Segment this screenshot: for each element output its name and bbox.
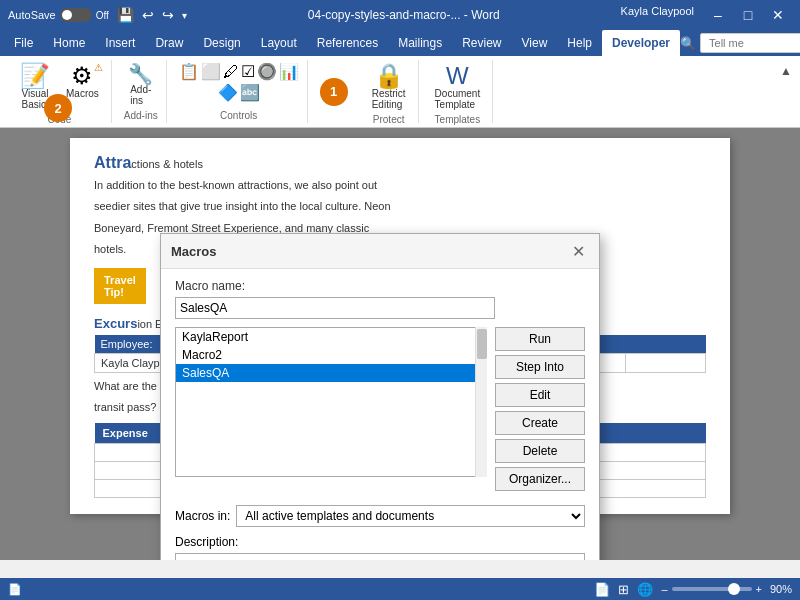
ribbon-content-area: 📝 VisualBasic ⚙ Macros ⚠ 2 Code	[0, 56, 800, 128]
macro-list-item-kaylaReport[interactable]: KaylaReport	[176, 328, 486, 346]
statusbar-right: 📄 ⊞ 🌐 – + 90%	[594, 582, 792, 597]
macro-name-label: Macro name:	[175, 279, 585, 293]
document-template-button[interactable]: W DocumentTemplate	[431, 62, 485, 112]
step2-circle: 2	[44, 94, 72, 122]
step1-circle: 1	[320, 78, 348, 106]
macros-in-label: Macros in:	[175, 509, 230, 523]
macros-in-row: Macros in: All active templates and docu…	[175, 505, 585, 527]
tab-references[interactable]: References	[307, 30, 388, 56]
macros-in-select[interactable]: All active templates and documents Norma…	[236, 505, 585, 527]
modal-main-section: KaylaReport Macro2 SalesQA Run Step Into…	[175, 327, 585, 491]
macro-list-item-macro2[interactable]: Macro2	[176, 346, 486, 364]
word-icon: W	[446, 64, 469, 88]
zoom-thumb	[728, 583, 740, 595]
zoom-out-button[interactable]: –	[661, 583, 667, 595]
macro-name-input[interactable]	[175, 297, 495, 319]
description-label: Description:	[175, 535, 585, 549]
macros-label: Macros	[66, 88, 99, 99]
edit-button[interactable]: Edit	[495, 383, 585, 407]
ribbon-group-addins: 🔧 Add-ins Add-ins	[116, 60, 167, 123]
titlebar-left: AutoSave Off 💾 ↩ ↪ ▾	[8, 7, 187, 23]
autosave-label: AutoSave	[8, 9, 56, 21]
macro-list-item-salesQA[interactable]: SalesQA	[176, 364, 486, 382]
macro-list-scrollbar[interactable]	[475, 327, 487, 477]
organizer-button[interactable]: Organizer...	[495, 467, 585, 491]
document-template-label: DocumentTemplate	[435, 88, 481, 110]
delete-button[interactable]: Delete	[495, 439, 585, 463]
statusbar-left: 📄	[8, 583, 22, 596]
doc-body1: In addition to the best-known attraction…	[94, 178, 706, 193]
ribbon-search-input[interactable]	[700, 33, 800, 53]
ctrl-icon8: 🔤	[240, 83, 260, 102]
modal-titlebar: Macros ✕	[161, 234, 599, 269]
macro-list: KaylaReport Macro2 SalesQA	[175, 327, 487, 477]
view-layout-icon[interactable]: ⊞	[618, 582, 629, 597]
search-icon: 🔍	[680, 36, 696, 51]
modal-title: Macros	[171, 244, 217, 259]
tab-mailings[interactable]: Mailings	[388, 30, 452, 56]
scrollbar-thumb	[477, 329, 487, 359]
ctrl-icon2: ⬜	[201, 62, 221, 81]
statusbar: 📄 📄 ⊞ 🌐 – + 90%	[0, 578, 800, 600]
ctrl-icon6: 📊	[279, 62, 299, 81]
tab-view[interactable]: View	[512, 30, 558, 56]
view-web-icon[interactable]: 🌐	[637, 582, 653, 597]
zoom-control: – + 90%	[661, 583, 792, 595]
ribbon-group-controls: 📋 ⬜ 🖊 ☑ 🔘 📊 🔷 🔤 Controls	[171, 60, 308, 123]
redo-icon[interactable]: ↪	[162, 7, 174, 23]
undo-icon[interactable]: ↩	[142, 7, 154, 23]
save-icon[interactable]: 💾	[117, 7, 134, 23]
tab-file[interactable]: File	[4, 30, 43, 56]
autosave-toggle[interactable]	[60, 8, 92, 22]
protect-label: RestrictEditing	[372, 88, 406, 110]
macros-icon: ⚙	[71, 64, 93, 88]
tab-layout[interactable]: Layout	[251, 30, 307, 56]
tab-home[interactable]: Home	[43, 30, 95, 56]
protect-group-label: Protect	[373, 114, 405, 125]
modal-close-button[interactable]: ✕	[567, 240, 589, 262]
create-button[interactable]: Create	[495, 411, 585, 435]
collapse-ribbon-icon[interactable]: ▲	[780, 64, 792, 78]
ctrl-icon5: 🔘	[257, 62, 277, 81]
view-normal-icon[interactable]: 📄	[594, 582, 610, 597]
username-label: Kayla Claypool	[621, 5, 694, 25]
ctrl-icon1: 📋	[179, 62, 199, 81]
tab-insert[interactable]: Insert	[95, 30, 145, 56]
dropdown-icon[interactable]: ▾	[182, 10, 187, 21]
macros-button[interactable]: ⚙ Macros ⚠ 2	[62, 62, 103, 112]
tab-design[interactable]: Design	[193, 30, 250, 56]
zoom-slider[interactable]	[672, 587, 752, 591]
modal-body: Macro name: KaylaReport Macro2 SalesQA	[161, 269, 599, 501]
description-textarea[interactable]	[175, 553, 585, 560]
step-into-button[interactable]: Step Into	[495, 355, 585, 379]
tab-developer[interactable]: Developer	[602, 30, 680, 56]
titlebar-filename: 04-copy-styles-and-macro-... - Word	[308, 8, 500, 22]
addins-group-label: Add-ins	[124, 110, 158, 121]
protect-button[interactable]: 🔒 RestrictEditing	[368, 62, 410, 112]
add-ins-label: Add-ins	[130, 84, 151, 106]
ctrl-icon3: 🖊	[223, 63, 239, 81]
add-ins-button[interactable]: 🔧 Add-ins	[124, 62, 157, 108]
autosave-knob	[62, 10, 72, 20]
run-button[interactable]: Run	[495, 327, 585, 351]
templates-group-label: Templates	[435, 114, 481, 125]
close-window-button[interactable]: ✕	[764, 5, 792, 25]
zoom-in-button[interactable]: +	[756, 583, 762, 595]
minimize-button[interactable]: –	[704, 5, 732, 25]
tab-help[interactable]: Help	[557, 30, 602, 56]
ribbon: File Home Insert Draw Design Layout Refe…	[0, 30, 800, 128]
ctrl-icon4: ☑	[241, 62, 255, 81]
maximize-button[interactable]: □	[734, 5, 762, 25]
ribbon-group-templates: W DocumentTemplate Templates	[423, 60, 494, 123]
ctrl-icon7: 🔷	[218, 83, 238, 102]
autosave-area: AutoSave Off	[8, 8, 109, 22]
titlebar: AutoSave Off 💾 ↩ ↪ ▾ 04-copy-styles-and-…	[0, 0, 800, 30]
macros-warning-icon: ⚠	[94, 62, 103, 73]
ribbon-group-protect: 🔒 RestrictEditing Protect	[360, 60, 419, 123]
ribbon-tab-bar: File Home Insert Draw Design Layout Refe…	[0, 30, 800, 56]
tab-draw[interactable]: Draw	[145, 30, 193, 56]
modal-action-buttons: Run Step Into Edit Create Delete Organiz…	[495, 327, 585, 491]
ribbon-group-code: 📝 VisualBasic ⚙ Macros ⚠ 2 Code	[8, 60, 112, 123]
visual-basic-icon: 📝	[20, 64, 50, 88]
tab-review[interactable]: Review	[452, 30, 511, 56]
